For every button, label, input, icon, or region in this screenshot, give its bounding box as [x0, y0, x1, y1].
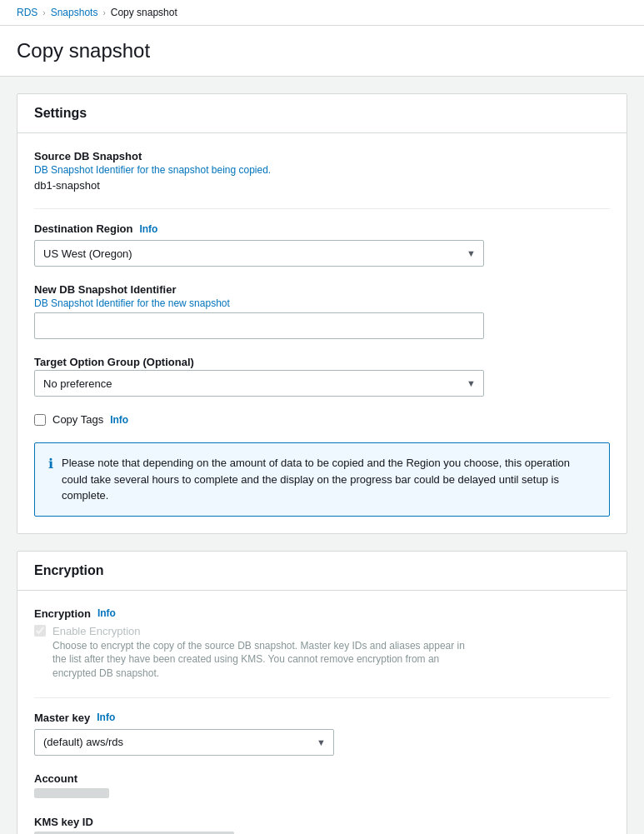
account-value: [34, 788, 109, 798]
page-title: Copy snapshot: [17, 39, 627, 62]
destination-region-label-row: Destination Region Info: [34, 222, 610, 235]
destination-region-select-wrapper: US West (Oregon) US East (N. Virginia) U…: [34, 240, 484, 267]
settings-card-header: Settings: [17, 94, 627, 133]
settings-card: Settings Source DB Snapshot DB Snapshot …: [17, 93, 627, 534]
account-group: Account: [34, 772, 610, 799]
divider-2: [34, 697, 610, 698]
destination-region-group: Destination Region Info US West (Oregon)…: [34, 222, 610, 267]
breadcrumb-snapshots[interactable]: Snapshots: [51, 7, 98, 18]
copy-tags-label: Copy Tags: [52, 413, 103, 426]
master-key-label: Master key: [34, 712, 90, 724]
master-key-select-wrapper: (default) aws/rds ▼: [34, 729, 334, 756]
new-db-snapshot-desc: DB Snapshot Identifier for the new snaps…: [34, 297, 610, 309]
source-db-snapshot-label: Source DB Snapshot: [34, 150, 610, 162]
settings-card-body: Source DB Snapshot DB Snapshot Identifie…: [17, 133, 627, 533]
page-header: Copy snapshot: [0, 26, 644, 77]
destination-region-select[interactable]: US West (Oregon) US East (N. Virginia) U…: [34, 240, 484, 267]
encryption-label-group: Encryption Info Enable Encryption Choose…: [34, 607, 610, 681]
encryption-card: Encryption Encryption Info Enable Encryp…: [17, 551, 627, 835]
enable-encryption-desc: Choose to encrypt the copy of the source…: [52, 639, 469, 681]
divider-1: [34, 208, 610, 209]
encryption-card-body: Encryption Info Enable Encryption Choose…: [17, 591, 627, 835]
settings-section-title: Settings: [34, 106, 87, 120]
breadcrumb-sep-2: ›: [102, 8, 105, 17]
master-key-label-row: Master key Info: [34, 712, 610, 724]
target-option-group-group: Target Option Group (Optional) No prefer…: [34, 356, 610, 397]
destination-region-info-link[interactable]: Info: [139, 223, 157, 235]
new-db-snapshot-group: New DB Snapshot Identifier DB Snapshot I…: [34, 283, 610, 339]
encryption-info-link[interactable]: Info: [97, 607, 116, 619]
master-key-info-link[interactable]: Info: [97, 712, 115, 723]
encryption-label: Encryption: [34, 607, 91, 620]
new-db-snapshot-input[interactable]: [34, 312, 484, 339]
enable-encryption-row: Enable Encryption: [34, 625, 610, 637]
master-key-select[interactable]: (default) aws/rds: [34, 729, 334, 756]
encryption-label-row: Encryption Info: [34, 607, 610, 620]
copy-tags-info-link[interactable]: Info: [110, 414, 128, 426]
breadcrumb-current: Copy snapshot: [111, 7, 177, 18]
breadcrumb: RDS › Snapshots › Copy snapshot: [0, 0, 644, 26]
main-content: Settings Source DB Snapshot DB Snapshot …: [0, 77, 644, 834]
kms-key-id-group: KMS key ID: [34, 816, 610, 834]
encryption-section-title: Encryption: [34, 563, 104, 577]
destination-region-label: Destination Region: [34, 222, 132, 235]
new-db-snapshot-label: New DB Snapshot Identifier: [34, 283, 610, 296]
account-label: Account: [34, 772, 610, 785]
target-option-group-label: Target Option Group (Optional): [34, 356, 610, 368]
target-option-group-select[interactable]: No preference: [34, 370, 484, 397]
breadcrumb-sep-1: ›: [42, 8, 45, 17]
master-key-group: Master key Info (default) aws/rds ▼: [34, 712, 610, 756]
copy-tags-checkbox[interactable]: [34, 414, 46, 426]
enable-encryption-checkbox[interactable]: [34, 625, 46, 637]
breadcrumb-rds[interactable]: RDS: [17, 7, 37, 18]
encryption-card-header: Encryption: [17, 552, 627, 591]
info-notice-box: ℹ Please note that depending on the amou…: [34, 442, 610, 517]
info-notice-text: Please note that depending on the amount…: [62, 455, 596, 504]
copy-tags-row: Copy Tags Info: [34, 413, 610, 426]
source-db-snapshot-desc: DB Snapshot Identifier for the snapshot …: [34, 164, 610, 176]
source-db-snapshot-group: Source DB Snapshot DB Snapshot Identifie…: [34, 150, 610, 192]
kms-key-id-label: KMS key ID: [34, 816, 610, 828]
info-notice-icon: ℹ: [48, 456, 53, 472]
source-db-snapshot-value: db1-snapshot: [34, 179, 610, 192]
target-option-group-select-wrapper: No preference ▼: [34, 370, 484, 397]
copy-tags-group: Copy Tags Info: [34, 413, 610, 426]
enable-encryption-label: Enable Encryption: [52, 625, 141, 637]
